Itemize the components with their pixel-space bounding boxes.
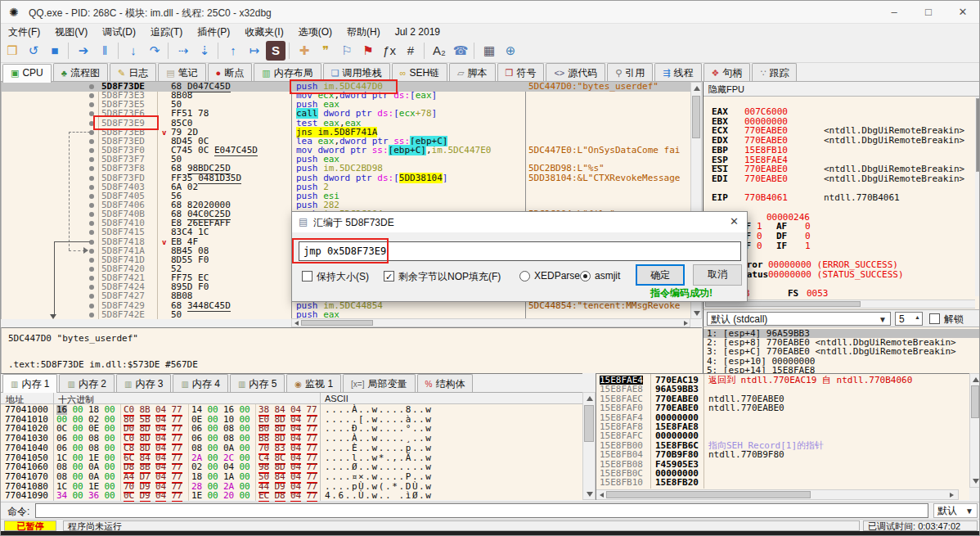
tab-监视 1[interactable]: ◉监视 1 — [286, 374, 341, 392]
instruction-dot-icon[interactable] — [89, 285, 94, 290]
instruction-dot-icon[interactable] — [89, 157, 94, 162]
calculator-icon[interactable]: ▦ — [479, 41, 499, 61]
tab-SEH链[interactable]: ∞SEH链 — [392, 63, 448, 81]
instruction-dot-icon[interactable] — [89, 258, 94, 263]
scroll-down-icon[interactable] — [587, 492, 593, 497]
instruction-dot-icon[interactable] — [89, 212, 94, 217]
instruction-dot-icon[interactable] — [89, 230, 94, 235]
labels-icon[interactable]: ⚐ — [337, 41, 357, 61]
scroll-up-icon[interactable] — [694, 86, 700, 91]
step-into-icon[interactable]: ↓ — [124, 41, 143, 61]
scroll-down-icon[interactable] — [973, 479, 979, 484]
tab-局部变量[interactable]: [x=]局部变量 — [343, 374, 415, 392]
dump-panel[interactable]: ▥内存 1▥内存 2▥内存 3▥内存 4▥内存 5◉监视 1[x=]局部变量%结… — [1, 373, 582, 500]
instruction-dot-icon[interactable] — [89, 84, 94, 89]
hash-icon[interactable]: # — [401, 41, 420, 61]
instruction-dot-icon[interactable] — [89, 93, 94, 98]
dump-vscr ollbar[interactable] — [582, 392, 596, 500]
tab-CPU[interactable]: ▣CPU — [2, 64, 52, 83]
run-icon[interactable]: ➔ — [74, 41, 93, 61]
instruction-dot-icon[interactable] — [89, 139, 94, 144]
asmjit-radio[interactable] — [580, 271, 591, 282]
register-row[interactable]: EIP770B4061ntdll.770B4061 — [704, 193, 973, 203]
tab-符号[interactable]: ❒符号 — [497, 63, 545, 81]
scroll-left-icon[interactable] — [294, 321, 299, 326]
menu-item[interactable]: Jul 2 2019 — [388, 25, 447, 39]
scroll-down-icon[interactable] — [694, 311, 700, 316]
menu-item[interactable]: 追踪(T) — [143, 24, 190, 41]
registers-vscrollbar[interactable] — [975, 97, 980, 296]
keep-size-checkbox[interactable] — [302, 271, 312, 282]
hide-fpu-button[interactable]: 隐藏FPU — [704, 82, 980, 97]
tab-断点[interactable]: ●断点 — [208, 63, 253, 81]
argument-row[interactable]: 4: [esp+10] 00000000 — [704, 357, 980, 366]
tab-源代码[interactable]: <>源代码 — [546, 63, 605, 81]
menu-item[interactable]: 调试(D) — [95, 24, 143, 41]
instruction-dot-icon[interactable] — [89, 276, 94, 281]
arg-count-stepper[interactable]: 5 ▲▼ — [895, 312, 923, 326]
ok-button[interactable]: 确定 — [636, 264, 685, 286]
tab-内存 1[interactable]: ▥内存 1 — [2, 374, 57, 393]
step-over-icon[interactable]: ↷ — [145, 41, 164, 61]
tab-引用[interactable]: ⚲引用 — [607, 63, 653, 81]
minimize-button[interactable]: – — [878, 1, 910, 23]
stack-row[interactable]: 15E8FAF400000000 — [596, 413, 969, 422]
xedparse-radio[interactable] — [519, 271, 530, 282]
tab-内存 4[interactable]: ▥内存 4 — [173, 374, 227, 392]
command-input[interactable] — [35, 503, 928, 518]
calling-convention-select[interactable]: 默认 (stdcall) ▼ — [707, 312, 891, 326]
globe-icon[interactable]: ⊕ — [501, 41, 520, 61]
run-to-user-code-icon[interactable]: ↦ — [245, 41, 264, 61]
instruction-dot-icon[interactable] — [89, 176, 94, 181]
command-profile-select[interactable]: 默认 ▼ — [933, 503, 978, 518]
tab-内存 2[interactable]: ▥内存 2 — [59, 374, 114, 392]
menu-item[interactable]: 帮助(H) — [339, 24, 388, 41]
stack-row[interactable]: 15E8FAE4770EAC19返回到 ntdll.770EAC19 自 ntd… — [596, 376, 969, 385]
trace-over-icon[interactable]: ⇣ — [195, 41, 214, 61]
tab-内存 5[interactable]: ▥内存 5 — [230, 374, 285, 392]
instruction-dot-icon[interactable] — [89, 267, 94, 272]
stack-row[interactable]: 15E8FB0C00000000 — [596, 469, 969, 478]
scroll-left-icon[interactable] — [600, 493, 604, 498]
bookmarks-icon[interactable]: ⚑ — [358, 41, 378, 61]
instruction-dot-icon[interactable] — [89, 203, 94, 208]
nop-fill-checkbox[interactable]: ✓ — [384, 271, 394, 282]
script-icon[interactable]: S — [266, 41, 285, 61]
stop-icon[interactable]: ■ — [45, 41, 65, 61]
stack-row[interactable]: 15E8FB1015E8FB20 — [596, 478, 969, 487]
register-row[interactable]: EDI770EABE0<ntdll.DbgUiRemoteBreakin> — [704, 174, 973, 184]
scroll-right-icon[interactable] — [950, 493, 954, 498]
tab-线程[interactable]: ⇶线程 — [654, 63, 701, 81]
tab-内存 3[interactable]: ▥内存 3 — [116, 374, 171, 392]
menu-item[interactable]: 收藏夹(I) — [237, 24, 290, 41]
scroll-thumb[interactable] — [584, 405, 594, 442]
instruction-dot-icon[interactable] — [89, 102, 94, 107]
stack-row[interactable]: 15E8FAF0770EABE0ntdll.770EABE0 — [596, 403, 969, 412]
tab-内存布局[interactable]: ▥内存布局 — [254, 63, 321, 81]
maximize-button[interactable]: □ — [912, 1, 945, 23]
arguments-panel[interactable]: 1: [esp+4] 96A59BB32: [esp+8] 770EABE0 <… — [703, 327, 980, 373]
instruction-dot-icon[interactable] — [89, 185, 94, 190]
instruction-dot-icon[interactable] — [89, 148, 94, 153]
open-folder-icon[interactable]: ❒ — [2, 41, 22, 61]
tab-脚本[interactable]: ▱脚本 — [449, 63, 495, 81]
scroll-thumb[interactable] — [705, 301, 861, 307]
scroll-right-icon[interactable] — [684, 321, 688, 326]
tab-笔记[interactable]: ▤笔记 — [158, 63, 205, 81]
stack-row[interactable]: 15E8FAF815E8FAE8 — [596, 422, 969, 431]
register-row[interactable]: EBP15E8FB10 — [704, 146, 973, 155]
execute-till-return-icon[interactable]: ↑ — [223, 41, 243, 61]
instruction-dot-icon[interactable] — [89, 313, 94, 318]
restart-icon[interactable]: ↺ — [24, 41, 43, 61]
dump-row[interactable]: 7704104006000800C88D047708000A0070830477… — [1, 444, 582, 453]
comments-icon[interactable]: ❞ — [316, 41, 335, 61]
argument-row[interactable]: 5: [esp+14] 15E8FAE8 — [704, 366, 980, 373]
scroll-thumb[interactable] — [971, 385, 979, 418]
stack-vscrollbar[interactable] — [969, 373, 980, 488]
scroll-thumb[interactable] — [301, 320, 373, 326]
tab-流程图[interactable]: ♣流程图 — [53, 63, 108, 81]
scroll-thumb[interactable] — [692, 96, 700, 138]
scroll-thumb[interactable] — [976, 98, 980, 172]
instruction-dot-icon[interactable] — [89, 194, 94, 199]
tab-跟踪[interactable]: ∵跟踪 — [752, 63, 797, 81]
